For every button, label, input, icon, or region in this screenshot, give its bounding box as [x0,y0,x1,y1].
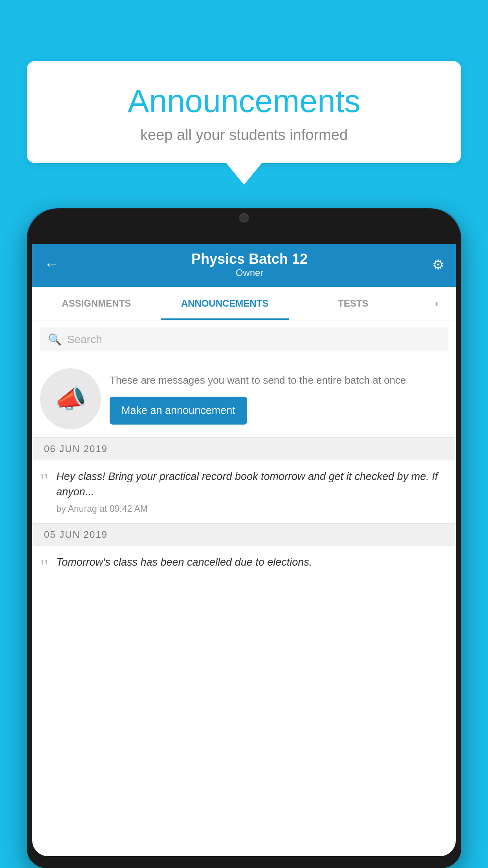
tabs-container: ASSIGNMENTS ANNOUNCEMENTS TESTS › [32,287,456,320]
date-divider-1: 06 JUN 2019 [32,438,456,460]
settings-button[interactable]: ⚙ [432,257,444,272]
quote-icon-2: " [40,557,48,577]
promo-icon-circle: 📣 [40,368,101,429]
announcement-promo: 📣 These are messages you want to send to… [32,359,456,438]
tab-more[interactable]: › [417,287,456,320]
phone-screen: ← Physics Batch 12 Owner ⚙ ASSIGNMENTS A… [32,242,456,856]
announcement-content-2: Tomorrow's class has been cancelled due … [56,555,312,574]
phone-camera [239,213,249,223]
announcement-content-1: Hey class! Bring your practical record b… [56,469,448,514]
app-header: ← Physics Batch 12 Owner ⚙ [32,242,456,287]
announcement-item-2: " Tomorrow's class has been cancelled du… [32,546,456,586]
search-placeholder: Search [67,333,102,346]
announcement-item-1: " Hey class! Bring your practical record… [32,460,456,523]
tab-assignments[interactable]: ASSIGNMENTS [32,287,161,320]
speech-bubble-title: Announcements [50,83,438,120]
make-announcement-button[interactable]: Make an announcement [110,397,247,425]
speech-bubble: Announcements keep all your students inf… [27,61,461,163]
announcement-text-1: Hey class! Bring your practical record b… [56,469,448,500]
speech-bubble-container: Announcements keep all your students inf… [27,61,461,185]
promo-description: These are messages you want to send to t… [110,373,448,388]
megaphone-icon: 📣 [55,384,86,414]
speech-bubble-subtitle: keep all your students informed [50,127,438,143]
search-bar[interactable]: 🔍 Search [40,327,448,351]
phone-notch-area [27,208,461,244]
tab-tests[interactable]: TESTS [289,287,417,320]
quote-icon-1: " [40,471,48,491]
tab-announcements[interactable]: ANNOUNCEMENTS [161,287,289,320]
header-subtitle: Owner [67,267,432,278]
header-title: Physics Batch 12 [67,251,432,267]
announcement-meta-1: by Anurag at 09:42 AM [56,504,448,514]
date-divider-2: 05 JUN 2019 [32,523,456,546]
header-title-group: Physics Batch 12 Owner [67,251,432,278]
back-button[interactable]: ← [44,256,59,273]
announcement-text-2: Tomorrow's class has been cancelled due … [56,555,312,570]
phone-frame: 14:29 ▲ ▲ ▮ ← Physics Batch 12 Owner ⚙ A… [27,208,461,868]
phone-notch [213,208,275,227]
search-container: 🔍 Search [32,320,456,359]
search-icon: 🔍 [48,333,62,346]
speech-bubble-tail [226,163,262,185]
promo-content: These are messages you want to send to t… [110,373,448,425]
